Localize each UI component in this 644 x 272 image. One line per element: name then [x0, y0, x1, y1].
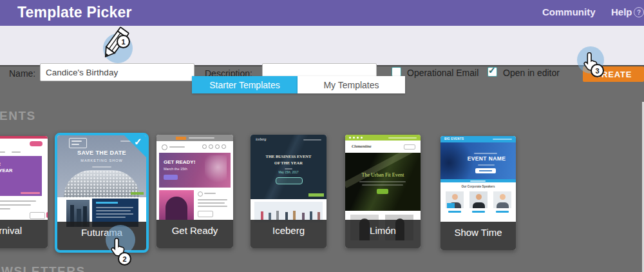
getready-subtitle: March the 15th — [164, 167, 187, 171]
getready-text-block — [198, 191, 229, 221]
carnival-hero-line1: READY FOR — [0, 161, 1, 167]
template-card-iceberg[interactable]: iceberg THE BUSINESS EVENT OF THE YEAR M… — [251, 135, 327, 248]
template-name-bar: arnival — [0, 220, 48, 248]
carnival-pink-button — [46, 212, 48, 218]
template-card-carnival[interactable]: READY FOR NT OF THE YEAR y 20th 2017 arn… — [0, 136, 48, 248]
template-picker-window: Template Picker Community Help ? Name: D… — [0, 0, 644, 272]
page-title: Template Picker — [17, 4, 132, 21]
iceberg-logo: iceberg — [256, 137, 266, 141]
template-name-bar: Iceberg — [251, 220, 327, 248]
template-card-futurama[interactable]: SAVE THE DATE MARKETING SHOW ✓ Futurama — [55, 133, 149, 253]
carnival-topbar — [0, 136, 48, 139]
limon-topbar — [345, 135, 421, 141]
tab-my-templates[interactable]: My Templates — [298, 76, 405, 93]
iceberg-green-tag — [308, 193, 324, 197]
help-link[interactable]: Help — [611, 6, 632, 17]
name-label: Name: — [9, 68, 35, 79]
open-in-editor-label: Open in editor — [503, 68, 560, 78]
carnival-hero-link — [21, 192, 40, 194]
iceberg-title2: OF THE YEAR — [251, 160, 327, 165]
check-icon: ✓ — [134, 136, 142, 148]
template-card-show-time[interactable]: BIG EVENTS EVENT NAME Our Corporate Spea… — [440, 136, 516, 250]
getready-topbar — [156, 135, 233, 141]
annotation-step-3-badge: 3 — [591, 64, 604, 77]
annotation-step-2-badge: 2 — [118, 252, 131, 266]
community-link[interactable]: Community — [542, 6, 596, 17]
showtime-hero: EVENT NAME — [440, 142, 516, 182]
getready-social-icons — [202, 144, 228, 149]
tab-starter-templates[interactable]: Starter Templates — [192, 76, 298, 93]
iceberg-hero: iceberg THE BUSINESS EVENT OF THE YEAR M… — [251, 135, 327, 199]
limon-logo: Clementine — [352, 144, 372, 148]
showtime-speaker-2 — [469, 191, 488, 208]
futurama-green-tag — [131, 192, 144, 195]
showtime-speaker-1 — [446, 191, 464, 208]
selected-checkmark-corner: ✓ — [124, 135, 147, 158]
create-form-bar: Name: Description: Operational Email ✓ O… — [0, 26, 644, 66]
operational-email-checkbox[interactable] — [392, 67, 401, 77]
annotation-step-1-badge: 1 — [117, 35, 130, 48]
app-header: Template Picker Community Help ? — [0, 0, 644, 26]
carnival-outline-button — [30, 212, 45, 219]
carnival-pill-button — [30, 141, 43, 146]
showtime-topbar: BIG EVENTS — [440, 136, 516, 142]
futurama-subtitle: MARKETING SHOW — [57, 159, 146, 162]
showtime-section-heading: Our Corporate Speakers — [440, 185, 516, 188]
section-label-events: ENTS — [0, 109, 36, 123]
limon-hero: The Urban Fit Event — [345, 153, 421, 211]
template-name-bar: Limón — [345, 220, 421, 248]
futurama-logo — [69, 138, 87, 148]
checkmark-icon: ✓ — [488, 65, 496, 75]
section-label-newsletters: WSLETTERS — [1, 264, 86, 272]
futurama-dome — [64, 170, 140, 197]
carnival-hero: READY FOR NT OF THE YEAR y 20th 2017 — [0, 156, 42, 196]
operational-email-label: Operational Email — [407, 68, 478, 78]
getready-hero: GET READY! March the 15th — [159, 153, 231, 188]
limon-title: The Urban Fit Event — [345, 172, 421, 178]
showtime-hero-button — [475, 168, 496, 173]
template-name-bar: Show Time — [440, 222, 516, 250]
open-in-editor-checkbox[interactable]: ✓ — [488, 67, 497, 77]
getready-hero-button — [164, 175, 178, 180]
getready-logo-icon — [162, 144, 167, 150]
limon-header-button — [404, 144, 415, 150]
template-name-bar: Get Ready — [156, 220, 233, 248]
limon-kicker — [345, 168, 421, 171]
carnival-hero-line2: NT OF THE YEAR — [0, 168, 12, 173]
showtime-title: EVENT NAME — [457, 155, 516, 162]
getready-arch-photo — [159, 190, 194, 220]
iceberg-ghost-button — [276, 177, 303, 184]
template-card-limon[interactable]: Clementine The Urban Fit Event Limón — [345, 135, 421, 248]
template-card-get-ready[interactable]: GET READY! March the 15th Get Ready — [156, 135, 233, 248]
help-question-icon[interactable]: ? — [634, 7, 644, 17]
iceberg-title1: THE BUSINESS EVENT — [251, 154, 327, 159]
showtime-speaker-3 — [493, 191, 511, 208]
showtime-brand: BIG EVENTS — [444, 137, 464, 141]
getready-title: GET READY! — [164, 159, 195, 165]
iceberg-date: May 15th, 2017 — [251, 171, 327, 174]
name-input[interactable] — [40, 63, 194, 81]
limon-hero-button — [377, 189, 388, 194]
